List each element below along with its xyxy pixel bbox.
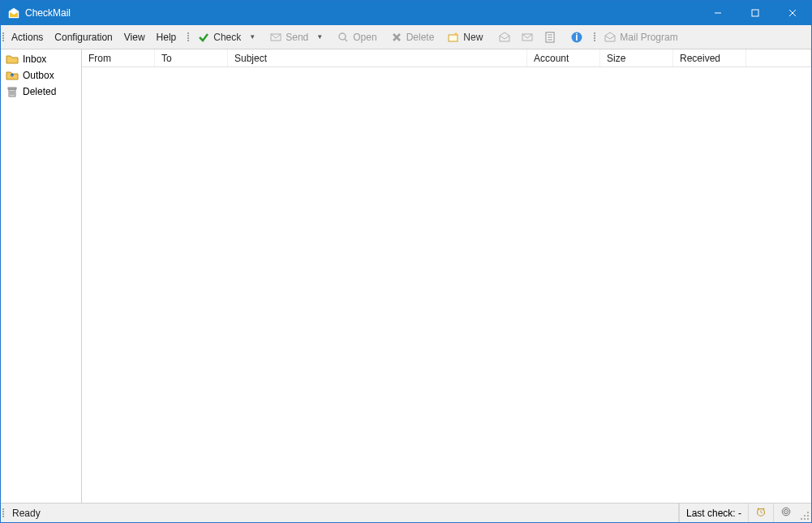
menu-configuration[interactable]: Configuration [49,32,118,43]
titlebar: CheckMail [1,1,811,25]
check-label: Check [213,32,241,43]
col-received[interactable]: Received [673,49,746,66]
svg-rect-1 [752,10,758,16]
inbox-icon [6,53,19,66]
mail-program-label: Mail Program [620,32,677,43]
target-icon [780,506,792,520]
open-icon [337,31,350,44]
svg-point-29 [807,512,809,513]
svg-point-27 [807,515,809,517]
check-button[interactable]: Check [191,28,247,47]
grip-icon[interactable] [186,32,191,41]
maximize-button[interactable] [737,1,774,25]
check-dropdown[interactable]: ▼ [247,33,257,41]
menubar-toolbar: Actions Configuration View Help Check ▼ … [1,25,811,49]
open-button[interactable]: Open [331,28,382,47]
menu-actions[interactable]: Actions [6,32,49,43]
delete-button[interactable]: Delete [385,28,440,47]
app-title: CheckMail [25,7,71,19]
send-label: Send [286,32,308,43]
mail-closed-icon [521,31,534,44]
svg-point-31 [801,518,802,520]
status-last-check: Last check: - [679,504,748,522]
info-button[interactable]: i [566,28,587,47]
folder-label: Outbox [23,70,54,81]
delete-icon [390,31,403,44]
main-area: Inbox Outbox Deleted From To Subject Acc… [1,49,811,503]
close-button[interactable] [774,1,811,25]
mail-unread-button[interactable] [517,28,538,47]
folder-outbox[interactable]: Outbox [1,67,81,84]
folder-deleted[interactable]: Deleted [1,84,81,100]
clock-icon [755,506,767,520]
open-label: Open [353,32,376,43]
menu-view[interactable]: View [118,32,151,43]
mail-read-button[interactable] [494,28,515,47]
send-button[interactable]: Send [264,28,314,47]
minimize-button[interactable] [699,1,737,25]
deleted-icon [6,85,19,98]
svg-point-30 [804,515,806,517]
message-list-body[interactable] [82,67,811,503]
mail-open-icon [498,31,511,44]
status-text: Ready [6,504,679,522]
log-button[interactable] [539,28,561,47]
mail-program-icon [604,31,617,44]
folder-sidebar: Inbox Outbox Deleted [1,49,82,503]
new-icon [447,31,460,44]
outbox-icon [6,69,19,82]
svg-rect-18 [8,88,16,89]
delete-label: Delete [406,32,435,43]
status-clock-button[interactable] [748,504,773,522]
send-dropdown[interactable]: ▼ [315,33,324,41]
send-icon [269,31,282,44]
col-from[interactable]: From [82,49,155,66]
new-label: New [463,32,483,43]
svg-line-6 [345,39,347,41]
svg-point-26 [807,518,809,520]
folder-label: Deleted [23,86,56,97]
app-window: CheckMail Actions Configuration View Hel… [0,0,812,523]
status-target-button[interactable] [773,504,798,522]
svg-point-28 [804,518,806,520]
statusbar: Ready Last check: - [1,503,811,522]
folder-label: Inbox [23,54,46,65]
col-to[interactable]: To [155,49,228,66]
col-account[interactable]: Account [527,49,600,66]
app-icon [7,6,20,19]
last-check-label: Last check: - [686,508,741,519]
check-icon [197,31,210,44]
menu-help[interactable]: Help [151,32,183,43]
svg-point-25 [785,511,786,512]
folder-inbox[interactable]: Inbox [1,51,81,67]
col-size[interactable]: Size [600,49,673,66]
log-icon [543,31,556,44]
resize-grip[interactable] [798,504,811,522]
new-button[interactable]: New [441,28,488,47]
svg-rect-9 [449,35,458,41]
col-subject[interactable]: Subject [228,49,527,66]
svg-point-5 [339,33,346,40]
svg-text:i: i [576,32,578,43]
column-headers: From To Subject Account Size Received [82,49,811,67]
mail-program-button[interactable]: Mail Program [598,28,683,47]
info-icon: i [570,31,583,44]
col-extra[interactable] [746,49,811,66]
grip-icon[interactable] [592,32,597,41]
message-list: From To Subject Account Size Received [82,49,811,503]
